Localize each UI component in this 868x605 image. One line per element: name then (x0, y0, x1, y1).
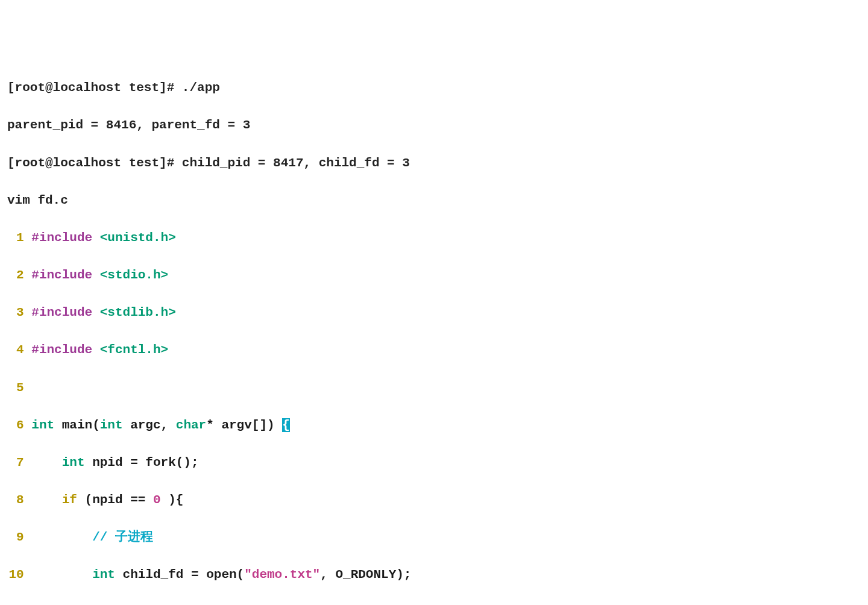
code-line-4: 4#include <fcntl.h> (7, 340, 861, 359)
terminal-line: [root@localhost test]# child_pid = 8417,… (7, 154, 861, 172)
code-line-1: 1#include <unistd.h> (7, 228, 861, 247)
cursor: { (282, 418, 290, 432)
code-line-7: 7 int npid = fork(); (7, 453, 861, 472)
code-line-11: 11 pid_t child_pid = getpid(); (7, 603, 861, 606)
code-line-9: 9 // 子进程 (7, 528, 861, 547)
terminal-command: vim fd.c (7, 191, 861, 210)
terminal-output: parent_pid = 8416, parent_fd = 3 (7, 116, 861, 134)
code-line-2: 2#include <stdio.h> (7, 266, 861, 284)
code-line-10: 10 int child_fd = open("demo.txt", O_RDO… (7, 565, 861, 584)
code-line-3: 3#include <stdlib.h> (7, 303, 861, 322)
code-line-6: 6int main(int argc, char* argv[]) { (7, 416, 861, 434)
code-line-5: 5 (7, 378, 861, 397)
code-line-8: 8 if (npid == 0 ){ (7, 491, 861, 509)
terminal-line: [root@localhost test]# ./app (7, 78, 861, 97)
